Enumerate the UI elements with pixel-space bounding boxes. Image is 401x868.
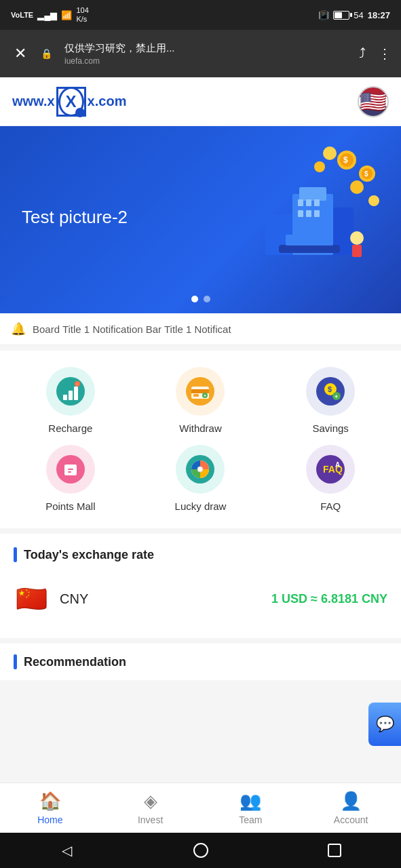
bottom-nav: 🏠 Home ◈ Invest 👥 Team 👤 Account: [0, 783, 401, 833]
svg-point-19: [314, 161, 325, 172]
svg-point-47: [197, 467, 203, 472]
nav-account-label: Account: [334, 814, 368, 825]
svg-text:↑: ↑: [76, 382, 78, 387]
status-left: VoLTE ▂▄▆ 📶 104K/s: [11, 6, 89, 24]
recommendation-section: Recommendation: [0, 644, 401, 680]
recharge-icon: ↑: [46, 367, 95, 416]
action-withdraw[interactable]: + Withdraw: [141, 367, 261, 434]
svg-text:$: $: [343, 155, 348, 165]
logo-text-left: www.x: [12, 94, 55, 109]
logo-area: www.x X x.com: [12, 87, 126, 117]
cny-flag-emoji: 🇨🇳: [16, 584, 47, 614]
title-bar-accent: [14, 547, 17, 562]
help-icon: 💬: [376, 715, 394, 733]
notification-bar[interactable]: 🔔 Board Title 1 Notification Bar Title 1…: [0, 313, 401, 345]
time-label: 18:27: [368, 10, 390, 20]
home-circle-icon: [193, 843, 208, 858]
nav-invest[interactable]: ◈ Invest: [100, 783, 201, 833]
action-lucky-draw[interactable]: Lucky draw: [141, 445, 261, 512]
svg-rect-9: [314, 210, 320, 217]
svg-rect-21: [286, 235, 333, 245]
action-savings[interactable]: $ + Savings: [271, 367, 390, 434]
nav-home[interactable]: 🏠 Home: [0, 783, 100, 833]
recharge-label: Recharge: [48, 422, 92, 434]
main-scroll-area: $ $ Test picture-2 🔔 Board Title 1 Notif…: [0, 126, 401, 775]
cny-label: CNY: [60, 591, 88, 607]
cny-rate-value: 1 USD ≈ 6.8181 CNY: [271, 592, 387, 606]
svg-rect-32: [191, 389, 209, 393]
logo-text-right: x.com: [88, 94, 127, 109]
nav-team[interactable]: 👥 Team: [201, 783, 301, 833]
points-mall-label: Points Mall: [45, 500, 95, 512]
svg-text:$: $: [328, 385, 332, 393]
browser-bar: ✕ 🔒 仅供学习研究，禁止用... iuefa.com ⤴ ⋮: [0, 30, 401, 77]
faq-label: FAQ: [320, 500, 341, 512]
svg-rect-23: [352, 245, 362, 257]
action-points-mall[interactable]: Points Mall: [11, 445, 130, 512]
notification-text: Board Title 1 Notification Bar Title 1 N…: [33, 323, 231, 335]
quick-actions-grid: ↑ Recharge + Withdraw: [0, 351, 401, 528]
svg-text:+: +: [335, 393, 338, 400]
savings-label: Savings: [312, 422, 348, 434]
battery-percent: 54: [354, 10, 363, 20]
svg-point-16: [323, 146, 337, 160]
svg-rect-20: [279, 245, 340, 253]
back-icon: ◁: [62, 842, 72, 859]
banner[interactable]: $ $ Test picture-2: [0, 126, 401, 313]
share-button[interactable]: ⤴: [359, 45, 366, 62]
app-header: www.x X x.com 🇺🇸: [0, 77, 401, 126]
recents-square-icon: [328, 844, 341, 857]
browser-url-main: 仅供学习研究，禁止用...: [64, 42, 175, 55]
android-back-button[interactable]: ◁: [47, 837, 88, 864]
rate-row-cny[interactable]: 🇨🇳 CNY 1 USD ≈ 6.8181 CNY: [14, 573, 387, 625]
lucky-draw-icon: [176, 445, 225, 494]
faq-icon: FAQ A: [306, 445, 355, 494]
exchange-rate-title: Today's exchange rate: [14, 547, 387, 562]
notification-icon: 🔔: [11, 321, 26, 336]
home-nav-icon: 🏠: [39, 791, 61, 812]
action-recharge[interactable]: ↑ Recharge: [11, 367, 130, 434]
battery-icon: [333, 11, 349, 20]
banner-dots: [191, 296, 210, 302]
nav-home-label: Home: [37, 814, 62, 825]
floating-help-button[interactable]: 💬: [368, 703, 401, 746]
browser-url-area[interactable]: 仅供学习研究，禁止用... iuefa.com: [64, 42, 349, 66]
banner-graphic: $ $: [225, 140, 387, 289]
browser-close-button[interactable]: ✕: [9, 43, 31, 64]
nav-account[interactable]: 👤 Account: [301, 783, 401, 833]
svg-rect-43: [68, 469, 73, 470]
wifi-icon: 📶: [61, 10, 72, 20]
svg-rect-26: [69, 391, 73, 400]
svg-rect-7: [298, 210, 303, 217]
flag-button[interactable]: 🇺🇸: [358, 86, 389, 117]
signal-icon: ▂▄▆: [37, 10, 57, 20]
banner-dot-1[interactable]: [191, 296, 198, 302]
svg-text:+: +: [204, 393, 206, 398]
invest-nav-icon: ◈: [144, 791, 157, 812]
vibrate-icon: 📳: [318, 10, 329, 20]
lock-icon: 🔒: [41, 48, 52, 59]
recommendation-title-text: Recommendation: [24, 655, 126, 669]
account-nav-icon: 👤: [340, 791, 362, 812]
menu-button[interactable]: ⋮: [378, 45, 392, 62]
cny-flag: 🇨🇳: [14, 581, 49, 616]
action-faq[interactable]: FAQ A FAQ: [271, 445, 390, 512]
carrier-label: VoLTE: [11, 11, 33, 19]
banner-dot-2[interactable]: [204, 296, 210, 302]
svg-text:$: $: [364, 170, 368, 178]
withdraw-label: Withdraw: [179, 422, 222, 434]
rec-title-bar-accent: [14, 654, 17, 669]
status-bar: VoLTE ▂▄▆ 📶 104K/s 📳 54 18:27: [0, 0, 401, 30]
exchange-rate-title-text: Today's exchange rate: [24, 548, 154, 562]
flag-emoji: 🇺🇸: [360, 89, 387, 115]
browser-url-sub: iuefa.com: [64, 56, 100, 66]
logo-x-icon: X: [58, 87, 84, 117]
nav-invest-label: Invest: [138, 814, 163, 825]
android-recents-button[interactable]: [314, 837, 355, 864]
svg-rect-4: [298, 199, 303, 206]
svg-rect-27: [74, 387, 78, 400]
close-icon: ✕: [14, 45, 26, 62]
browser-actions: ⤴ ⋮: [359, 45, 392, 62]
svg-point-22: [350, 231, 364, 245]
android-home-button[interactable]: [180, 837, 221, 864]
